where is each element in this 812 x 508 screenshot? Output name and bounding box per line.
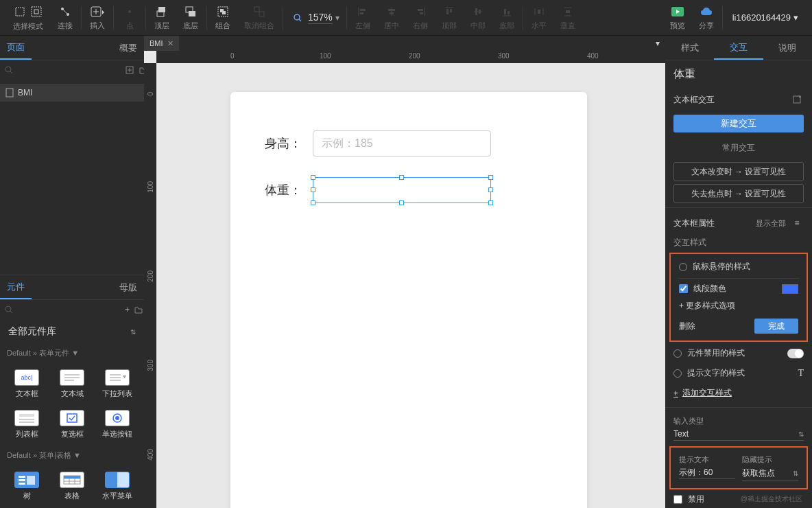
connect-tool[interactable]: 连接 bbox=[51, 0, 80, 35]
widgets-tabs: 元件 母版 bbox=[0, 275, 144, 300]
line-color-checkbox[interactable] bbox=[679, 284, 688, 293]
widget-textarea[interactable]: 文本域 bbox=[51, 365, 93, 403]
widgets-search-input[interactable] bbox=[18, 302, 121, 317]
hover-style-row[interactable]: 鼠标悬停的样式 bbox=[671, 257, 807, 277]
hint-style-row[interactable]: 提示文字的样式 T bbox=[665, 363, 812, 383]
close-icon[interactable]: ✕ bbox=[167, 39, 174, 48]
add-lib-icon[interactable]: + bbox=[125, 303, 130, 316]
tab-notes[interactable]: 说明 bbox=[763, 36, 812, 60]
group-tool[interactable]: 组合 bbox=[208, 0, 237, 35]
user-menu[interactable]: li16620164429 ▾ bbox=[724, 12, 807, 23]
preview-tool[interactable]: 预览 bbox=[663, 0, 692, 35]
show-all-link[interactable]: 显示全部 bbox=[756, 218, 786, 229]
widget-textfield[interactable]: abc|文本框 bbox=[5, 365, 48, 403]
zoom-control[interactable]: 157% ▾ bbox=[285, 10, 345, 25]
done-button[interactable]: 完成 bbox=[754, 319, 798, 334]
align-middle-tool[interactable]: 中部 bbox=[464, 0, 492, 35]
align-bottom-tool[interactable]: 底部 bbox=[492, 0, 521, 35]
tab-pages[interactable]: 页面 bbox=[0, 36, 32, 60]
expand-icon[interactable] bbox=[790, 93, 804, 106]
widget-radio[interactable]: 单选按钮 bbox=[96, 406, 139, 443]
svg-point-52 bbox=[5, 306, 11, 312]
new-interaction-button[interactable]: 新建交互 bbox=[673, 115, 804, 132]
widget-checkbox[interactable]: 复选框 bbox=[51, 406, 93, 443]
dist-v-icon bbox=[560, 4, 575, 19]
ungroup-icon bbox=[252, 4, 267, 19]
page-item-bmi[interactable]: BMI bbox=[0, 84, 144, 102]
group-menu-label[interactable]: Default » 菜单|表格 ▼ bbox=[0, 446, 144, 465]
ungroup-tool[interactable]: 取消组合 bbox=[237, 0, 281, 35]
align-right-tool[interactable]: 右侧 bbox=[406, 0, 435, 35]
pages-tree: BMI bbox=[0, 80, 144, 106]
dist-h-tool[interactable]: 水平 bbox=[525, 0, 553, 35]
text-indicator: T bbox=[798, 368, 804, 379]
dist-v-tool[interactable]: 垂直 bbox=[553, 0, 582, 35]
bottom-tool[interactable]: 底层 bbox=[176, 0, 205, 35]
widget-table[interactable]: 表格 bbox=[51, 467, 93, 505]
widget-hmenu[interactable]: 水平菜单 bbox=[96, 467, 139, 505]
disabled-style-row[interactable]: 元件禁用的样式 bbox=[665, 343, 812, 363]
line-color-row[interactable]: 线段颜色 bbox=[671, 280, 807, 297]
tab-style[interactable]: 样式 bbox=[665, 36, 714, 60]
weight-input-selected[interactable] bbox=[313, 177, 491, 203]
add-interaction-style[interactable]: + 添加交互样式 bbox=[665, 383, 812, 403]
select-contain-icon bbox=[29, 4, 44, 19]
group-form-label[interactable]: Default » 表单元件 ▼ bbox=[0, 344, 144, 362]
watermark: @稀土掘金技术社区 bbox=[741, 494, 802, 504]
align-top-icon bbox=[442, 4, 457, 19]
canvas-inner[interactable]: 身高： 体重： bbox=[156, 63, 665, 508]
top-tool[interactable]: 顶层 bbox=[147, 0, 176, 35]
insert-tool[interactable]: 插入 bbox=[83, 0, 112, 35]
canvas-tab-bmi[interactable]: BMI ✕ bbox=[144, 36, 179, 51]
common-interaction-1[interactable]: 文本改变时 → 设置可见性 bbox=[673, 162, 804, 181]
user-name: li16620164429 bbox=[732, 12, 791, 23]
height-input[interactable] bbox=[313, 130, 491, 157]
input-type-select[interactable]: Text ⇅ bbox=[673, 428, 804, 441]
common-interaction-2[interactable]: 失去焦点时 → 设置可见性 bbox=[673, 184, 804, 203]
connect-label: 连接 bbox=[58, 21, 73, 31]
tab-widgets[interactable]: 元件 bbox=[0, 275, 32, 299]
canvas-tab-dropdown[interactable]: ▾ bbox=[652, 36, 664, 51]
canvas-area: BMI ✕ ▾ 0 100 200 300 400 500 0 100 200 … bbox=[144, 36, 665, 508]
pages-search-input[interactable] bbox=[18, 62, 121, 78]
library-selector[interactable]: 全部元件库 ⇅ bbox=[0, 319, 144, 344]
point-tool[interactable]: 点 bbox=[115, 0, 144, 35]
align-left-tool[interactable]: 左侧 bbox=[348, 0, 377, 35]
hover-style-label: 鼠标悬停的样式 bbox=[693, 261, 750, 273]
align-top-tool[interactable]: 顶部 bbox=[435, 0, 464, 35]
select-mode-tool[interactable]: 选择模式 bbox=[5, 0, 51, 35]
tab-outline[interactable]: 概要 bbox=[112, 36, 144, 60]
share-tool[interactable]: 分享 bbox=[692, 0, 721, 35]
svg-rect-25 bbox=[388, 9, 395, 11]
bottom-icon bbox=[183, 4, 198, 19]
menu-icon[interactable]: ≡ bbox=[790, 216, 804, 230]
tab-interaction[interactable]: 交互 bbox=[714, 36, 763, 60]
height-label: 身高： bbox=[265, 135, 313, 152]
hide-hint-select[interactable]: 获取焦点 ⇅ bbox=[742, 466, 798, 481]
hint-text-label: 提示文本 bbox=[679, 454, 735, 465]
align-center-tool[interactable]: 居中 bbox=[377, 0, 406, 35]
disabled-style-toggle[interactable] bbox=[787, 349, 804, 358]
tab-masters[interactable]: 母版 bbox=[112, 275, 144, 299]
share-label: 分享 bbox=[699, 21, 714, 31]
hint-style-label: 提示文字的样式 bbox=[687, 367, 745, 379]
delete-link[interactable]: 删除 bbox=[679, 321, 695, 332]
add-page-icon[interactable] bbox=[125, 63, 134, 77]
svg-rect-63 bbox=[67, 414, 77, 422]
library-select-label: 全部元件库 bbox=[8, 325, 56, 338]
search-icon bbox=[4, 305, 14, 314]
align-right-icon bbox=[413, 4, 428, 19]
hint-text-input[interactable] bbox=[679, 466, 735, 479]
widget-tree[interactable]: 树 bbox=[5, 467, 48, 505]
widget-dropdown[interactable]: 下拉列表 bbox=[96, 365, 139, 403]
svg-rect-2 bbox=[34, 10, 38, 14]
pages-tabs: 页面 概要 bbox=[0, 36, 144, 60]
more-style-options[interactable]: + 更多样式选项 bbox=[671, 297, 807, 314]
open-lib-icon[interactable] bbox=[134, 303, 143, 316]
search-icon bbox=[4, 65, 14, 75]
align-middle-label: 中部 bbox=[470, 21, 486, 31]
widget-listbox[interactable]: 列表框 bbox=[5, 406, 48, 443]
line-color-swatch[interactable] bbox=[782, 284, 798, 294]
disable-checkbox[interactable] bbox=[673, 495, 682, 504]
bottom-label: 底层 bbox=[183, 21, 198, 31]
